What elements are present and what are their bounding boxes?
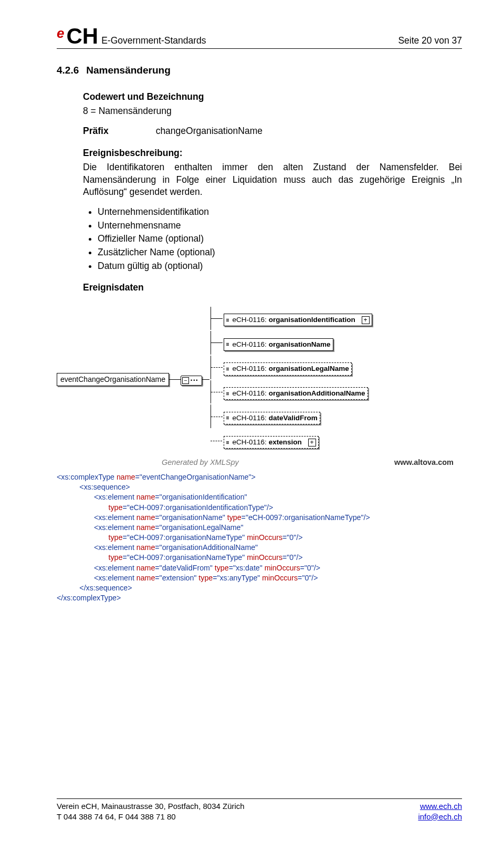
- header-subtitle: E-Government-Standards: [98, 35, 206, 47]
- page-footer: Verein eCH, Mainaustrasse 30, Postfach, …: [57, 798, 462, 823]
- diagram-node-optional: eCH-0116:organisationAdditionalName: [224, 387, 368, 400]
- footer-address: Verein eCH, Mainaustrasse 30, Postfach, …: [57, 801, 245, 812]
- list-item: Unternehmensname: [98, 220, 462, 232]
- bullet-list: Unternehmensidentifikation Unternehmensn…: [83, 206, 462, 272]
- page-header: e CH E-Government-Standards Seite 20 von…: [57, 25, 462, 49]
- list-item: Unternehmensidentifikation: [98, 206, 462, 219]
- section-heading: 4.2.6 Namensänderung: [57, 64, 462, 77]
- list-item: Offizieller Name (optional): [98, 233, 462, 245]
- section-number: 4.2.6: [57, 64, 79, 77]
- diagram-root-box: eventChangeOrganisationName: [57, 373, 169, 386]
- diagram-node: eCH-0116:organisationIdentification +: [224, 314, 372, 326]
- list-item: Datum gültig ab (optional): [98, 260, 462, 273]
- footer-phone: T 044 388 74 64, F 044 388 71 80: [57, 812, 245, 822]
- generated-by-label: Generated by XMLSpy: [162, 458, 239, 468]
- section-title: Namensänderung: [86, 64, 170, 77]
- diagram-node-optional: eCH-0116:dateValidFrom: [224, 412, 320, 424]
- diagram-node: eCH-0116:organisationName: [224, 338, 333, 351]
- diagram-node-optional: eCH-0116:organisationLegalName: [224, 362, 351, 375]
- list-item: Zusätzlicher Name (optional): [98, 246, 462, 259]
- logo: e CH: [57, 25, 98, 47]
- prefix-label: Präfix: [83, 125, 109, 138]
- page-indicator: Seite 20 von 37: [398, 35, 462, 47]
- sequence-marker: −•••: [181, 376, 202, 386]
- altova-label: www.altova.com: [394, 458, 454, 468]
- expand-icon: +: [362, 316, 370, 324]
- ereignis-heading: Ereignisbeschreibung:: [83, 147, 462, 160]
- logo-ch: CH: [66, 25, 98, 47]
- expand-icon: +: [308, 439, 316, 447]
- diagram-node-optional: eCH-0116:extension +: [224, 436, 318, 449]
- codewert-heading: Codewert und Bezeichnung: [83, 91, 462, 103]
- xsd-code: <xs:complexType name="eventChangeOrganis…: [57, 472, 462, 603]
- footer-link-mail[interactable]: info@ech.ch: [418, 812, 462, 821]
- ereignis-text: Die Identifikatoren enthalten immer den …: [83, 161, 462, 199]
- footer-link-web[interactable]: www.ech.ch: [420, 802, 462, 811]
- logo-e: e: [57, 25, 64, 40]
- codewert-value: 8 = Namensänderung: [83, 105, 462, 118]
- schema-diagram: eventChangeOrganisationName −••• eCH-011…: [57, 306, 462, 454]
- prefix-value: changeOrganisationName: [156, 125, 262, 138]
- ereignisdaten-heading: Ereignisdaten: [83, 282, 462, 294]
